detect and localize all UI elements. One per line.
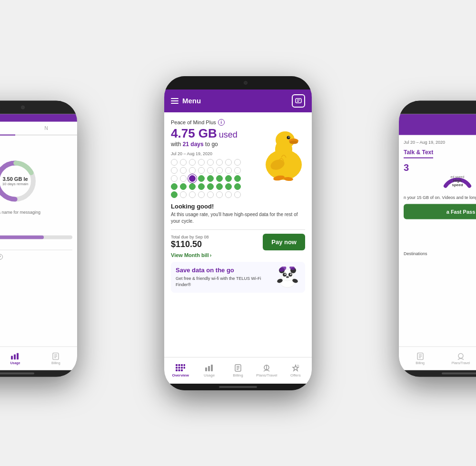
speed-gauge-container: 3 [404,162,437,190]
speed-section: 3 ed speed Highspeed [404,162,476,190]
nav-billing[interactable]: Billing [224,364,252,377]
usage-text-block: 4.75 GB used with 21 days to go [171,127,267,148]
days-suffix: to go [205,141,218,148]
usage-bar-container-alex [0,235,72,239]
bill-due-label: Total due by Sep 08 [171,235,209,239]
cal-ff-1 [180,191,187,198]
cal-f-1 [234,159,241,166]
cal-ff-3 [198,191,205,198]
plan-name: Peace of Mind Plus [171,119,216,125]
fast-pass-button[interactable]: a Fast Pass [404,204,476,219]
left-phone-header [0,114,77,121]
center-phone: Menu Peace of Mind Plus i [164,76,312,390]
chevron-right-row[interactable]: › [404,235,476,241]
usage-icon-left [11,352,20,360]
cal-empty-6 [216,159,223,166]
cal-ff-7 [234,191,241,198]
cal-empty-16 [180,175,187,182]
cal-empty-9 [180,167,187,174]
cal-ff-6 [225,191,232,198]
nav-usage[interactable]: Usage [195,364,223,377]
right-nav-plans-travel[interactable]: Plans/Travel [440,352,476,364]
cal-future-13 [234,183,241,190]
chat-icon-center[interactable] [292,94,305,108]
cal-f-2 [234,167,241,174]
svg-rect-15 [17,353,19,359]
svg-rect-46 [176,364,178,366]
svg-rect-54 [176,369,178,371]
left-nav-usage[interactable]: Usage [0,352,36,364]
tab-n[interactable]: N [15,121,77,134]
nav-offers[interactable]: % Offers [281,364,310,377]
left-nav-billing-label: Billing [51,361,60,364]
svg-rect-53 [184,367,186,368]
overage-row: Overage Protection ? [0,249,72,259]
billing-icon [233,364,243,372]
menu-button[interactable]: Menu [171,97,201,105]
talk-text-tab[interactable]: Talk & Text [404,149,433,158]
left-phone-top-bar [0,100,77,114]
panda-image [274,267,300,288]
center-app-content: Peace of Mind Plus i 4.75 GB used with 2… [164,112,312,384]
left-phone-content: Total Shared: Jul 20 - Aug 19, 2 3.50 GB… [0,135,77,346]
cal-empty-12 [207,167,214,174]
menu-label: Menu [182,97,201,105]
svg-rect-48 [181,364,183,366]
cal-empty-3 [189,159,196,166]
save-data-section: Save data on the go Get free & friendly … [171,262,305,293]
center-phone-screen: Menu Peace of Mind Plus i [164,89,312,384]
gb-info-text: n your 15 GB of on. Videos and te longer… [404,194,476,200]
svg-point-40 [290,274,292,275]
right-nav-billing-label: Billing [416,361,425,364]
question-icon[interactable]: ? [0,254,3,259]
right-phone-screen: Jul 20 – Aug 19, 2020 Talk & Text 3 ed s… [399,114,476,370]
view-bill-link[interactable]: View Month bill › [171,252,305,258]
panda-svg [274,267,300,288]
svg-rect-47 [178,364,180,366]
home-bar-left [0,372,34,374]
cal-future-14 [171,191,178,198]
right-phone: Jul 20 – Aug 19, 2020 Talk & Text 3 ed s… [399,100,476,377]
cal-empty-13 [216,167,223,174]
left-phone: Summary N Total Shared: Jul 20 - Aug 19,… [0,100,77,377]
svg-rect-50 [176,367,178,368]
left-nav-billing[interactable]: Billing [36,352,76,364]
cal-ff-5 [216,191,223,198]
home-bar-right [442,372,476,374]
right-nav-billing[interactable]: Billing [400,352,440,364]
info-icon[interactable]: i [218,119,225,126]
cal-empty-14 [225,167,232,174]
cal-empty-4 [198,159,205,166]
nav-plans-travel[interactable]: Plans/Travel [252,364,281,377]
camera-bump-center [224,79,252,87]
tab-summary[interactable]: Summary [0,121,15,135]
save-data-inner: Save data on the go Get free & friendly … [176,267,300,288]
nav-usage-label: Usage [204,373,215,377]
svg-text:%: % [297,364,299,367]
bill-amount: $110.50 [171,239,209,249]
pay-now-button[interactable]: Pay now [263,234,305,250]
svg-rect-57 [205,367,207,371]
donut-sub-label: 10 days remain [2,182,29,186]
camera-dot-center [244,81,248,85]
plans-travel-icon-right [456,352,465,360]
usage-hero-container: 4.75 GB used with 21 days to go [171,127,305,148]
svg-rect-58 [208,366,210,371]
svg-rect-20 [296,99,301,103]
cal-empty-5 [207,159,214,166]
usage-icon [204,364,215,372]
nav-billing-label: Billing [233,373,243,377]
center-phone-top-bar [164,76,312,89]
nav-overview[interactable]: Overview [166,364,195,377]
right-camera-area [399,103,476,111]
left-phone-bottom [0,370,77,377]
left-bottom-nav: Overview Usage [0,346,77,370]
hamburger-line-3 [171,103,178,104]
cal-empty-15 [171,175,178,182]
cal-ff-4 [207,191,214,198]
speed-number-partial: 3 [404,162,409,173]
cal-future-11 [216,183,223,190]
cal-ff-2 [189,191,196,198]
usage-gb-row: 4.75 GB used [171,127,267,140]
usage-bar-fill-alex [0,235,44,239]
